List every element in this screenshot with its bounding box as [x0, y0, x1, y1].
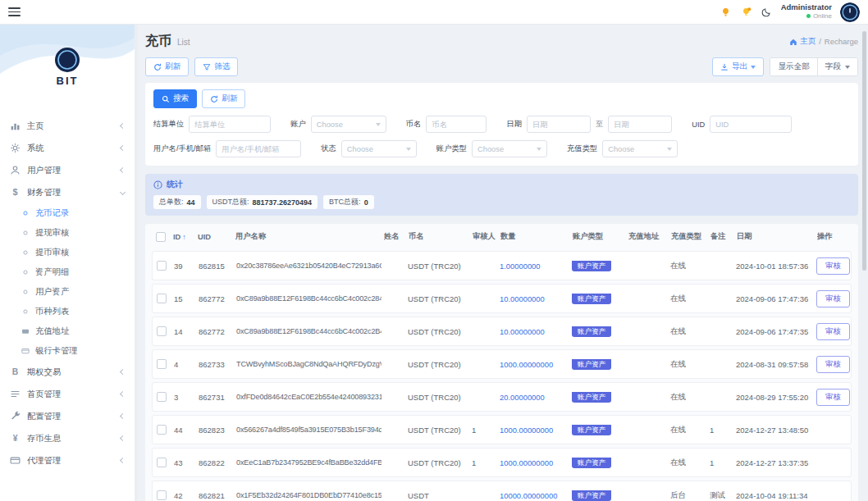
amount-link[interactable]: 1.00000000: [500, 262, 541, 271]
audit-button[interactable]: 审核: [816, 323, 850, 340]
sidebar-item[interactable]: 用户管理: [0, 159, 135, 181]
sidebar-item[interactable]: 系统: [0, 137, 135, 159]
sidebar-item-label: 用户管理: [27, 165, 61, 176]
row-checkbox[interactable]: [157, 261, 167, 271]
sidebar-item[interactable]: B期权交易: [0, 361, 135, 383]
page-title: 充币: [145, 33, 171, 50]
sidebar-subitem[interactable]: 币种列表: [0, 302, 135, 321]
column-header: 备注: [710, 231, 735, 242]
audit-button[interactable]: 审核: [816, 356, 850, 373]
select-all-checkbox[interactable]: [156, 232, 166, 242]
dark-mode-moon-icon[interactable]: [761, 6, 773, 18]
amount-link[interactable]: 10.00000000: [500, 294, 545, 303]
list-icon: [10, 389, 21, 399]
cell-remark: 测试: [710, 490, 734, 501]
avatar[interactable]: [840, 2, 860, 22]
column-header: 姓名: [384, 231, 407, 242]
sidebar-subitem-label: 币种列表: [35, 306, 69, 317]
amount-link[interactable]: 1000.00000000: [500, 458, 553, 467]
row-checkbox[interactable]: [157, 392, 167, 402]
chevron-down-icon: [376, 123, 381, 126]
search-panel: 搜索 刷新 结算单位 账户 Choose: [145, 83, 858, 166]
account-select[interactable]: Choose: [311, 116, 386, 133]
date-label: 日期: [506, 119, 522, 130]
home-icon: [789, 38, 797, 46]
topbar: Administrator Online: [0, 0, 868, 25]
lightbulb-icon[interactable]: [720, 6, 732, 18]
amount-link[interactable]: 1000.00000000: [500, 360, 553, 369]
cell-remark: 1: [710, 458, 734, 467]
sidebar-item[interactable]: $财务管理: [0, 181, 135, 203]
circle-icon: [21, 307, 30, 316]
status-select[interactable]: Choose: [341, 140, 417, 157]
table-row: 148627720xC89a9b88E12F6198Bc44cc6bC4c002…: [152, 317, 852, 346]
date-to-input[interactable]: [608, 116, 672, 133]
account-type-select[interactable]: Choose: [472, 140, 547, 157]
sidebar-item[interactable]: 首页管理: [0, 383, 135, 405]
unit-input[interactable]: [189, 116, 271, 133]
refresh-button[interactable]: 刷新: [145, 57, 189, 76]
cell-username: 0xC89a9b88E12F6198Bc44cc6bC4c002c2B43e4A…: [236, 327, 381, 335]
audit-button[interactable]: 审核: [816, 257, 850, 275]
admin-menu[interactable]: Administrator Online: [781, 3, 832, 20]
sidebar-item[interactable]: ¥存币生息: [0, 427, 135, 449]
sidebar-subitem[interactable]: 充值地址: [0, 321, 135, 341]
amount-link[interactable]: 10.00000000: [500, 327, 545, 336]
user-icon: [10, 165, 21, 175]
sidebar-item[interactable]: 代理管理: [0, 449, 135, 471]
amount-link[interactable]: 1000.00000000: [500, 426, 553, 435]
sidebar-item-label: 代理管理: [27, 455, 61, 467]
row-checkbox[interactable]: [157, 490, 167, 500]
row-checkbox[interactable]: [157, 326, 167, 336]
audit-button[interactable]: 审核: [816, 389, 850, 406]
breadcrumb-home-link[interactable]: 主页: [789, 36, 815, 47]
fields-button[interactable]: 字段: [817, 58, 857, 75]
row-checkbox[interactable]: [157, 425, 167, 435]
cell-coin: USDT (TRC20): [408, 393, 470, 402]
cell-id: 15: [174, 294, 197, 303]
sidebar-subitem[interactable]: 资产明细: [0, 262, 135, 282]
sidebar-subitem-label: 用户资产: [35, 286, 69, 298]
sidebar-item[interactable]: 主页: [0, 115, 135, 137]
logo-area: BIT: [0, 25, 135, 110]
cell-id: 39: [174, 262, 197, 271]
amount-link[interactable]: 20.00000000: [500, 393, 545, 402]
uid-input[interactable]: [710, 116, 792, 133]
filter-button[interactable]: 筛选: [194, 57, 238, 76]
date-from-input[interactable]: [527, 116, 591, 133]
username-input[interactable]: [216, 140, 301, 157]
recharge-type-select[interactable]: Choose: [602, 140, 678, 157]
sidebar-subitem[interactable]: 银行卡管理: [0, 341, 135, 361]
cell-coin: USDT: [408, 491, 470, 500]
row-checkbox[interactable]: [157, 458, 167, 467]
audit-button[interactable]: 审核: [816, 290, 850, 307]
sidebar-item[interactable]: 配置管理: [0, 405, 135, 427]
export-button[interactable]: 导出: [712, 57, 764, 76]
row-checkbox[interactable]: [157, 294, 167, 303]
chevron-icon: [120, 391, 126, 397]
column-header: 数量: [500, 231, 571, 242]
amount-link[interactable]: 10000.00000000: [500, 491, 557, 500]
lightbulb-badge-icon[interactable]: [740, 6, 752, 18]
sidebar-subitem[interactable]: 提币审核: [0, 243, 135, 262]
table-row: 4862733TCWBvyhMScoBJagC8NdQaAHQRFDyDzgVw…: [152, 349, 852, 379]
wrench-icon: [10, 411, 21, 421]
cell-coin: USDT (TRC20): [408, 327, 470, 336]
coin-input[interactable]: [426, 116, 487, 133]
cell-username: 0x20c38786eeAe6321b05420B4eC72913a6C8F7A…: [236, 262, 381, 270]
menu-toggle-icon[interactable]: [8, 7, 21, 16]
row-checkbox[interactable]: [157, 359, 167, 369]
sidebar-menu: 主页系统用户管理$财务管理充币记录提现审核提币审核资产明细用户资产币种列表充值地…: [0, 110, 135, 471]
search-button[interactable]: 搜索: [153, 89, 197, 108]
vertical-scrollbar[interactable]: [862, 31, 866, 271]
reset-button[interactable]: 刷新: [202, 89, 245, 108]
sidebar-subitem[interactable]: 提现审核: [0, 223, 135, 243]
column-header[interactable]: ID↑: [173, 233, 196, 241]
cell-uid: 862822: [199, 458, 235, 467]
breadcrumb: 主页 / Recharge: [789, 36, 858, 47]
column-header: 日期: [737, 231, 815, 242]
sidebar-subitem[interactable]: 用户资产: [0, 282, 135, 302]
chevron-down-icon: [406, 148, 411, 151]
show-all-button[interactable]: 显示全部: [770, 58, 816, 75]
sidebar-subitem[interactable]: 充币记录: [0, 203, 135, 223]
